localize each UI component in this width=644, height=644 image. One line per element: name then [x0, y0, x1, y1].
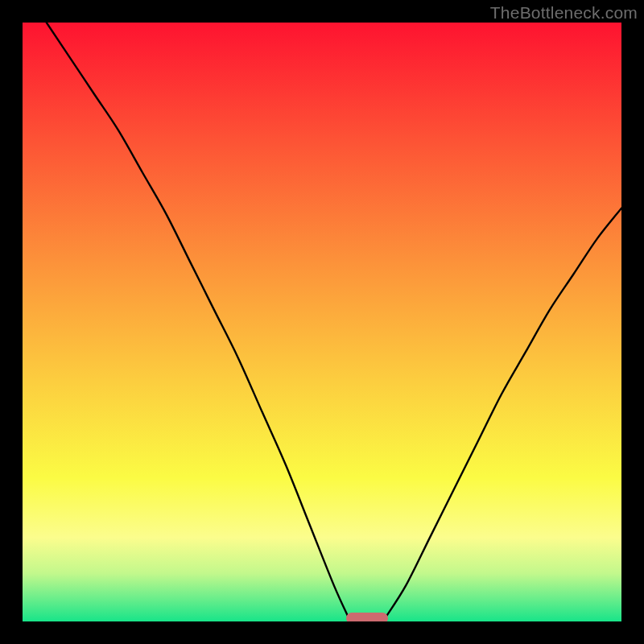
bottleneck-curve	[23, 23, 621, 621]
chart-frame: TheBottleneck.com	[0, 0, 644, 644]
plot-area	[23, 23, 621, 621]
curve-left-branch	[47, 23, 349, 618]
curve-right-branch	[385, 208, 621, 619]
optimum-marker	[346, 613, 388, 621]
watermark-text: TheBottleneck.com	[490, 3, 638, 23]
